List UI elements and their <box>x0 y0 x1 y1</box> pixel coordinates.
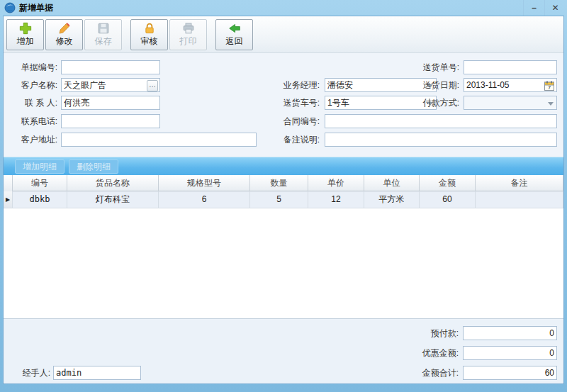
save-button-label: 保存 <box>95 35 112 47</box>
grid-cell[interactable]: 12 <box>308 191 364 208</box>
total-amount-field[interactable] <box>463 366 557 380</box>
dialog-content: 增加 修改 保存 审核 <box>3 16 564 384</box>
grid-column-header[interactable]: 编号 <box>13 175 67 191</box>
customer-name-value: 天之眼广告 <box>64 80 106 90</box>
close-button[interactable]: ✕ <box>544 0 566 16</box>
delivery-date-value: 2013-11-05 <box>466 80 510 90</box>
grid-cell[interactable]: 60 <box>420 191 476 208</box>
customer-address-field[interactable] <box>61 133 257 147</box>
delivery-date-label: 送货日期: <box>412 78 459 92</box>
main-toolbar: 增加 修改 保存 审核 <box>4 16 563 53</box>
minimize-icon: – <box>532 3 537 13</box>
business-manager-value: 潘德安 <box>327 80 353 90</box>
totals-footer: 预付款: 优惠金额: 金额合计: 经手人: <box>4 318 563 383</box>
delete-detail-button[interactable]: 删除明细 <box>69 159 118 174</box>
row-selector-cell[interactable]: ▶ <box>4 191 13 208</box>
modify-button[interactable]: 修改 <box>45 19 83 50</box>
prepayment-field[interactable] <box>463 326 557 340</box>
grid-body: ▶dbkb灯布科宝6512平方米60 <box>4 191 563 208</box>
dialog-window: 新增单据 – ✕ 增加 修改 <box>0 0 567 392</box>
lock-icon <box>143 22 156 35</box>
delivery-vehicle-label: 送货车号: <box>269 96 320 110</box>
customer-name-field[interactable]: 天之眼广告 … <box>61 78 160 92</box>
grid-column-header[interactable]: 金额 <box>420 175 476 191</box>
grid-column-header[interactable]: 单位 <box>364 175 420 191</box>
print-button-label: 打印 <box>180 35 197 47</box>
doc-no-field[interactable] <box>61 60 160 74</box>
handler-label: 经手人: <box>9 366 50 380</box>
printer-icon <box>182 22 195 35</box>
save-icon <box>97 22 110 35</box>
grid-column-header[interactable]: 数量 <box>250 175 308 191</box>
payment-method-select[interactable] <box>464 96 557 110</box>
table-row[interactable]: ▶dbkb灯布科宝6512平方米60 <box>4 191 563 208</box>
customer-browse-button[interactable]: … <box>147 80 158 91</box>
payment-method-label: 付款方式: <box>412 96 459 110</box>
delivery-no-field[interactable] <box>464 60 557 74</box>
grid-cell[interactable]: dbkb <box>13 191 67 208</box>
delivery-no-label: 送货单号: <box>412 60 459 74</box>
total-amount-label: 金额合计: <box>402 366 459 380</box>
doc-no-label: 单据编号: <box>8 60 57 74</box>
grid-column-header[interactable]: 规格型号 <box>159 175 250 191</box>
delivery-date-field[interactable]: 2013-11-05 7 <box>464 78 557 92</box>
grid-cell[interactable]: 6 <box>159 191 250 208</box>
discount-label: 优惠金额: <box>402 346 459 360</box>
customer-address-label: 客户地址: <box>8 133 57 147</box>
calendar-icon[interactable]: 7 <box>544 80 555 91</box>
close-icon: ✕ <box>551 3 558 13</box>
chevron-down-icon <box>548 102 554 106</box>
contract-no-label: 合同编号: <box>269 114 320 128</box>
discount-field[interactable] <box>463 346 557 360</box>
add-detail-button[interactable]: 增加明细 <box>15 159 64 174</box>
app-logo-icon <box>4 2 16 13</box>
remarks-field[interactable] <box>325 133 557 147</box>
back-button-label: 返回 <box>226 35 243 47</box>
handler-field[interactable] <box>53 366 141 380</box>
add-button-label: 增加 <box>17 35 34 47</box>
modify-button-label: 修改 <box>56 35 73 47</box>
title-bar[interactable]: 新增单据 – ✕ <box>0 0 567 16</box>
grid-column-header[interactable]: 备注 <box>476 175 563 191</box>
business-manager-label: 业务经理: <box>269 78 320 92</box>
prepayment-label: 预付款: <box>402 326 459 340</box>
pencil-icon <box>58 22 71 35</box>
remarks-label: 备注说明: <box>269 133 320 147</box>
header-form: 单据编号: 送货单号: 客户名称: 天之眼广告 … 业务经理: 潘德安 送货日期… <box>4 53 563 157</box>
back-button[interactable]: 返回 <box>215 19 253 50</box>
contract-no-field[interactable] <box>325 114 557 128</box>
delivery-vehicle-value: 1号车 <box>327 98 349 108</box>
grid-selector-header <box>4 175 13 191</box>
detail-toolbar: 增加明细 删除明细 <box>4 157 563 175</box>
grid-cell[interactable]: 5 <box>250 191 308 208</box>
grid-cell[interactable] <box>476 191 563 208</box>
audit-button-label: 审核 <box>141 35 158 47</box>
svg-text:7: 7 <box>548 84 551 91</box>
grid-cell[interactable]: 灯布科宝 <box>67 191 159 208</box>
page-title: 新增单据 <box>19 2 53 14</box>
contact-person-field[interactable] <box>61 96 160 110</box>
grid-column-header[interactable]: 货品名称 <box>67 175 159 191</box>
plus-icon <box>19 22 32 35</box>
add-button[interactable]: 增加 <box>6 19 44 50</box>
grid-cell[interactable]: 平方米 <box>364 191 420 208</box>
contact-phone-field[interactable] <box>61 114 160 128</box>
back-arrow-icon <box>228 22 241 35</box>
contact-phone-label: 联系电话: <box>8 114 57 128</box>
grid-header: 编号货品名称规格型号数量单价单位金额备注 <box>4 175 563 191</box>
minimize-button[interactable]: – <box>523 0 544 16</box>
save-button[interactable]: 保存 <box>84 19 122 50</box>
customer-name-label: 客户名称: <box>8 78 57 92</box>
audit-button[interactable]: 审核 <box>130 19 168 50</box>
print-button[interactable]: 打印 <box>169 19 207 50</box>
grid-column-header[interactable]: 单价 <box>308 175 364 191</box>
contact-person-label: 联 系 人: <box>8 96 57 110</box>
